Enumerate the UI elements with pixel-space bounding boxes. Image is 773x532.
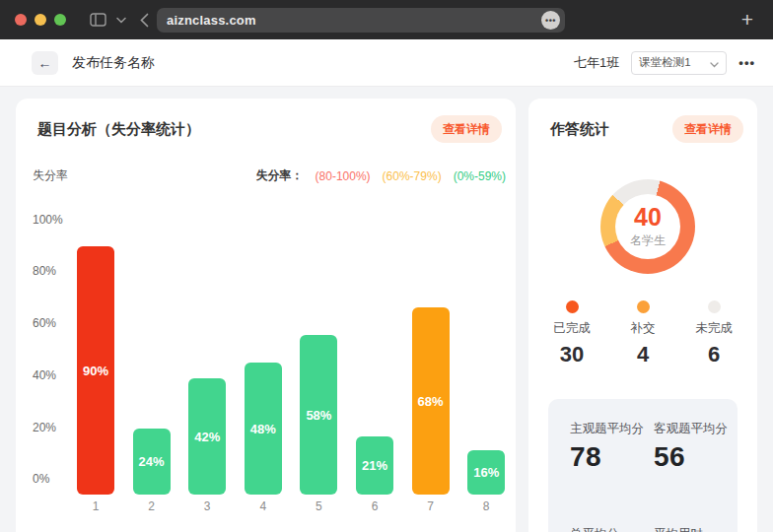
- task-select[interactable]: 课堂检测1: [631, 51, 727, 75]
- completion-donut-chart: 40 名学生: [600, 179, 695, 274]
- bar-question-1[interactable]: 90%: [77, 246, 114, 495]
- legend-dot-icon: [708, 300, 721, 313]
- y-axis-tick: 20%: [33, 421, 56, 434]
- page-title: 发布任务名称: [72, 54, 155, 72]
- legend-label: 已完成: [553, 320, 591, 337]
- url-text: aiznclass.com: [167, 13, 541, 28]
- x-axis-label: 3: [188, 499, 226, 513]
- select-chevron-down-icon: [710, 54, 719, 72]
- y-axis-title: 失分率: [33, 167, 68, 184]
- average-stats-panel: 主观题平均分78客观题平均分56总平均分72平均用时3′45″: [548, 399, 738, 532]
- donut-legend: 已完成30补交4未完成6: [536, 300, 749, 367]
- bar-value-label: 68%: [418, 394, 444, 409]
- donut-center: 40 名学生: [615, 194, 680, 259]
- x-axis-label: 5: [300, 499, 337, 513]
- legend-value: 4: [637, 342, 649, 367]
- analysis-view-details-button[interactable]: 查看详情: [431, 115, 502, 143]
- bar-question-6[interactable]: 21%: [356, 436, 393, 495]
- back-button[interactable]: ←: [32, 51, 58, 75]
- bar-value-label: 16%: [473, 465, 499, 480]
- metric-label: 主观题平均分: [570, 421, 654, 437]
- window-controls: [15, 14, 66, 26]
- bar-value-label: 42%: [194, 430, 220, 444]
- student-count: 40: [634, 204, 662, 230]
- maximize-window-button[interactable]: [54, 14, 66, 26]
- task-select-value: 课堂检测1: [639, 55, 710, 70]
- back-nav-icon[interactable]: [140, 13, 149, 28]
- bar-question-8[interactable]: 16%: [467, 450, 505, 495]
- x-axis-label: 2: [133, 499, 171, 513]
- y-axis-tick: 40%: [33, 368, 56, 382]
- metric-value: 78: [570, 441, 654, 473]
- bar-value-label: 24%: [139, 454, 165, 469]
- x-axis-label: 1: [77, 499, 114, 513]
- student-count-label: 名学生: [630, 233, 666, 249]
- metric-label: 总平均分: [570, 526, 654, 532]
- bar-question-2[interactable]: 24%: [133, 429, 171, 495]
- url-more-icon[interactable]: •••: [541, 11, 560, 30]
- bar-question-5[interactable]: 58%: [300, 335, 337, 495]
- donut-legend-item: 已完成30: [536, 300, 607, 367]
- bar-value-label: 48%: [250, 422, 276, 436]
- stats-view-details-button[interactable]: 查看详情: [672, 115, 743, 143]
- legend-dot-icon: [637, 300, 650, 313]
- legend-prefix: 失分率：: [256, 167, 304, 184]
- bar-value-label: 90%: [83, 364, 108, 378]
- legend-range-high: (80-100%): [316, 169, 371, 183]
- minimize-window-button[interactable]: [35, 14, 46, 26]
- y-axis-tick: 60%: [33, 316, 56, 330]
- metric-value: 56: [654, 441, 738, 473]
- metric-item: 主观题平均分78: [570, 421, 654, 500]
- bar-question-3[interactable]: 42%: [188, 378, 226, 495]
- metric-item: 平均用时3′45″: [654, 526, 738, 532]
- more-menu-button[interactable]: •••: [738, 55, 755, 70]
- stats-card-title: 作答统计: [550, 120, 609, 139]
- bar-value-label: 58%: [306, 408, 331, 423]
- y-axis-tick: 0%: [33, 472, 49, 486]
- browser-chrome: aiznclass.com ••• +: [0, 0, 773, 39]
- analysis-card-title: 题目分析（失分率统计）: [37, 120, 200, 139]
- legend-label: 未完成: [695, 320, 733, 337]
- page-header: ← 发布任务名称 七年1班 课堂检测1 •••: [0, 39, 773, 87]
- sidebar-icon[interactable]: [90, 13, 106, 27]
- x-axis-label: 7: [412, 499, 450, 513]
- x-axis-label: 8: [467, 499, 505, 513]
- metric-item: 总平均分72: [570, 526, 654, 532]
- url-bar[interactable]: aiznclass.com •••: [157, 8, 565, 33]
- legend-value: 30: [560, 342, 584, 367]
- chevron-down-icon[interactable]: [116, 17, 126, 24]
- y-axis-tick: 100%: [33, 213, 63, 227]
- metric-label: 客观题平均分: [654, 421, 738, 437]
- new-tab-button[interactable]: +: [741, 8, 753, 32]
- chart-legend: 失分率： (80-100%)(60%-79%)(0%-59%): [256, 167, 506, 184]
- close-window-button[interactable]: [15, 14, 27, 26]
- metric-label: 平均用时: [654, 526, 738, 532]
- donut-legend-item: 补交4: [607, 300, 678, 367]
- answer-stats-card: 作答统计 查看详情 40 名学生 已完成30补交4未完成6 主观题平均分78客观…: [528, 99, 757, 532]
- class-name-label: 七年1班: [574, 54, 619, 72]
- y-axis-tick: 80%: [33, 264, 56, 278]
- legend-range-low: (0%-59%): [454, 169, 506, 183]
- legend-range-mid: (60%-79%): [383, 169, 442, 183]
- donut-legend-item: 未完成6: [678, 300, 749, 367]
- question-analysis-card: 题目分析（失分率统计） 查看详情 失分率 失分率： (80-100%)(60%-…: [16, 99, 516, 532]
- x-axis-label: 4: [245, 499, 282, 513]
- metric-item: 客观题平均分56: [654, 421, 738, 500]
- bar-question-4[interactable]: 48%: [245, 363, 282, 495]
- bar-question-7[interactable]: 68%: [412, 307, 450, 495]
- legend-dot-icon: [566, 300, 579, 313]
- bar-value-label: 21%: [362, 458, 387, 473]
- legend-value: 6: [708, 342, 720, 367]
- x-axis-label: 6: [356, 499, 393, 513]
- legend-label: 补交: [631, 320, 656, 337]
